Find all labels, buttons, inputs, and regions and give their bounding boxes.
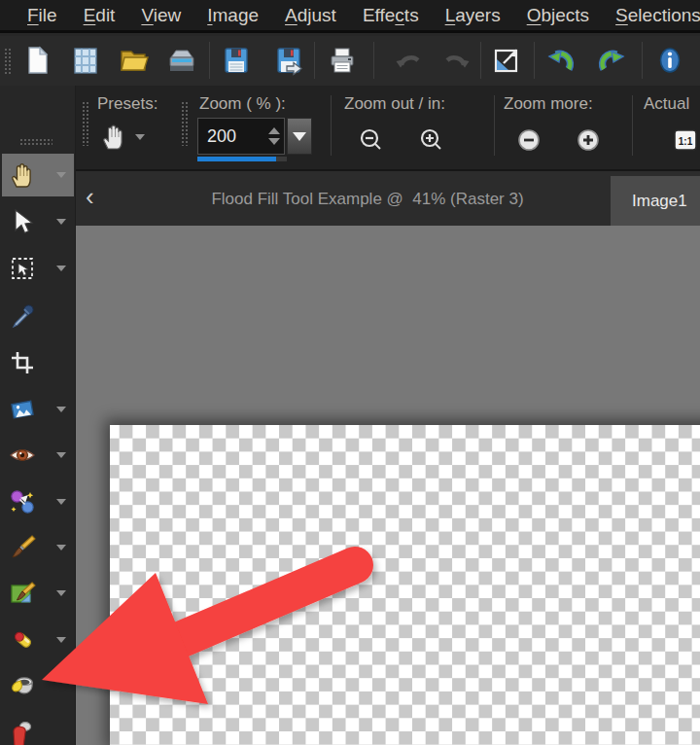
scan-button[interactable] (164, 43, 199, 78)
zoom-spinner[interactable] (264, 119, 284, 154)
menu-item-edit[interactable]: Edit (84, 5, 116, 26)
resize-button[interactable] (489, 43, 524, 78)
actual-size-label: Actual (644, 94, 689, 114)
standard-toolbar (0, 36, 700, 86)
presets-label: Presets: (97, 94, 158, 114)
tool-pan-button[interactable] (2, 154, 74, 196)
menu-item-effects[interactable]: Effects (363, 5, 419, 26)
redo-history-button[interactable] (594, 43, 629, 78)
info-icon (654, 45, 685, 76)
menu-item-objects[interactable]: Objects (527, 5, 589, 26)
zoom-out-button[interactable] (358, 126, 385, 158)
info-button[interactable] (652, 43, 687, 78)
selection-icon (8, 254, 37, 283)
dropper-icon (8, 302, 37, 331)
menu-item-selections[interactable]: Selections (615, 5, 700, 26)
tool-options-bar: Presets: Zoom ( % ): 200 Zoom out / i (76, 86, 700, 171)
undo-history-button[interactable] (543, 43, 578, 78)
chevron-down-icon[interactable] (56, 407, 66, 412)
circle-minus-icon (515, 126, 542, 154)
chevron-down-icon[interactable] (56, 499, 66, 505)
chevron-down-icon[interactable] (56, 452, 66, 458)
svg-text:1:1: 1:1 (679, 136, 693, 147)
redo-icon (441, 45, 472, 76)
chevron-down-icon[interactable] (56, 590, 66, 596)
document-tab-bar: ‹ Flood Fill Tool Example @ 41% (Raster … (76, 171, 700, 226)
toolbar-drag-handle[interactable] (4, 48, 11, 75)
tool-flood-fill-button[interactable] (2, 665, 74, 708)
presets-dropdown[interactable] (101, 123, 145, 152)
zoom-out-in-label: Zoom out / in: (344, 94, 445, 114)
hand-preset-icon (101, 123, 126, 152)
redo-button[interactable] (439, 43, 474, 78)
toolbar-separator (373, 42, 374, 79)
tool-color-changer-button[interactable] (2, 572, 74, 615)
makeover-icon (8, 487, 37, 516)
chevron-down-icon[interactable] (56, 172, 66, 178)
print-button[interactable] (325, 43, 360, 78)
resize-icon (491, 45, 522, 76)
color-changer-icon (8, 579, 37, 608)
zoom-more-in-button[interactable] (575, 126, 602, 158)
pick-arrow-icon (8, 207, 37, 236)
menu-item-image[interactable]: Image (207, 5, 259, 26)
zoom-slider-fill (197, 157, 276, 161)
menu-item-layers[interactable]: Layers (445, 5, 501, 26)
menu-item-view[interactable]: View (141, 5, 181, 26)
save-as-button[interactable] (271, 43, 306, 78)
options-drag-handle[interactable] (82, 101, 88, 146)
browse-button[interactable] (68, 43, 103, 78)
circle-plus-icon (575, 126, 602, 154)
undo-icon (393, 45, 424, 76)
tool-red-eye-button[interactable] (2, 434, 74, 477)
paintshop-pro-window: FileEditViewImageAdjustEffectsLayersObje… (0, 0, 700, 745)
zoom-in-button[interactable] (418, 126, 445, 158)
tool-dropper-button[interactable] (2, 295, 74, 337)
crop-icon (8, 348, 37, 377)
tool-eraser-button[interactable] (2, 619, 74, 661)
open-button[interactable] (116, 43, 151, 78)
tool-airbrush-button[interactable] (2, 711, 74, 745)
paint-brush-icon (8, 533, 37, 562)
new-page-icon (21, 45, 52, 76)
undo-history-icon (545, 45, 577, 76)
menu-item-adjust[interactable]: Adjust (285, 5, 336, 26)
workspace[interactable] (76, 226, 700, 745)
tool-selection-button[interactable] (2, 247, 74, 290)
zoom-more-out-button[interactable] (515, 126, 542, 158)
undo-button[interactable] (391, 43, 426, 78)
spinner-up-icon[interactable] (268, 127, 280, 134)
zoom-dropdown-button[interactable] (287, 118, 312, 155)
image-canvas-transparent[interactable] (110, 425, 700, 745)
chevron-down-icon[interactable] (56, 219, 66, 225)
airbrush-icon (8, 718, 37, 745)
chevron-down-icon[interactable] (56, 545, 66, 550)
tool-straighten-button[interactable] (2, 388, 74, 431)
toolbar-separator (642, 42, 643, 79)
toolbar-separator (314, 42, 315, 79)
tools-drag-handle[interactable] (19, 138, 52, 145)
group-drag-handle[interactable] (181, 101, 188, 146)
tool-makeover-button[interactable] (2, 480, 74, 523)
print-icon (327, 45, 358, 76)
chevron-down-icon[interactable] (56, 637, 66, 643)
tab-image1[interactable]: Image1 (611, 176, 700, 226)
spinner-down-icon[interactable] (268, 138, 280, 145)
zoom-percent-label: Zoom ( % ): (199, 94, 286, 114)
tool-paint-brush-button[interactable] (2, 526, 74, 569)
photo-icon (8, 395, 37, 424)
tool-crop-button[interactable] (2, 341, 74, 384)
actual-size-button[interactable]: 1:1 (671, 127, 700, 157)
new-image-button[interactable] (19, 43, 54, 78)
zoom-slider[interactable] (197, 157, 287, 161)
tool-pick-button[interactable] (2, 200, 74, 243)
options-separator (632, 95, 633, 156)
active-document-tab[interactable]: Flood Fill Tool Example @ 41% (Raster 3) (76, 190, 659, 209)
chevron-down-icon[interactable] (56, 266, 66, 271)
chevron-down-icon (135, 134, 145, 140)
menu-item-file[interactable]: File (27, 5, 57, 26)
pan-hand-icon (8, 160, 37, 190)
zoom-input[interactable]: 200 (197, 118, 285, 155)
zoom-value[interactable]: 200 (198, 119, 264, 154)
save-button[interactable] (219, 43, 254, 78)
